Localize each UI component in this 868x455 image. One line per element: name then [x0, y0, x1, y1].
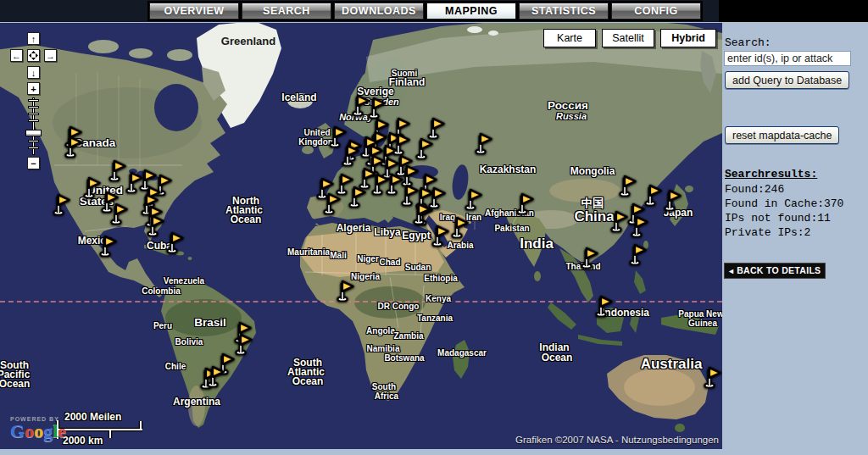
nav-tabs: OVERVIEWSEARCHDOWNLOADSMAPPINGSTATISTICS…	[147, 1, 703, 21]
tab-downloads[interactable]: DOWNLOADS	[334, 3, 424, 19]
attack-flag-marker[interactable]	[460, 188, 483, 210]
map-label: Libya	[374, 226, 400, 238]
tab-overview[interactable]: OVERVIEW	[149, 3, 239, 19]
map-canvas[interactable]: GreenlandIcelandSuomiFinlandSverigeSwede…	[0, 23, 722, 449]
tab-search[interactable]: SEARCH	[242, 3, 331, 19]
map-label: Russia	[556, 111, 587, 121]
attack-flag-marker[interactable]	[591, 295, 614, 317]
map-label: Iceland	[281, 92, 316, 103]
attack-flag-marker[interactable]	[470, 132, 493, 154]
search-results-title: Searchresults:	[725, 168, 817, 180]
attack-flag-marker[interactable]	[364, 97, 387, 119]
attack-flag-marker[interactable]	[699, 366, 722, 388]
attack-flag-marker[interactable]	[409, 203, 431, 225]
attack-flag-marker[interactable]	[659, 189, 682, 211]
attack-flag-marker[interactable]	[615, 175, 637, 197]
map-label: Algeria	[337, 222, 371, 234]
google-logo-letter: o	[34, 420, 43, 441]
search-result-line: Found:246	[725, 183, 784, 196]
attack-flag-marker[interactable]	[337, 144, 360, 166]
map-label: Chile	[165, 362, 186, 371]
search-result-line: Private IPs:2	[725, 226, 810, 239]
map-label: Argentina	[173, 396, 220, 408]
map-label: Madagascar	[437, 348, 487, 358]
map-label: Zambia	[393, 331, 423, 341]
google-logo[interactable]: POWERED BY Google	[10, 416, 66, 441]
pan-center-icon	[29, 51, 38, 60]
map-label: Mongolia	[570, 165, 615, 177]
reset-mapdata-cache-button[interactable]: reset mapdata-cache	[725, 126, 839, 144]
attack-flag-marker[interactable]	[48, 193, 71, 215]
pan-up-button[interactable]: ↑	[27, 32, 40, 45]
google-logo-letter: g	[43, 420, 53, 441]
map-label: Tanzania	[417, 314, 453, 323]
sidebar-panel: Search: add Query to Database reset mapd…	[722, 23, 868, 455]
map-label: Kenya	[426, 294, 451, 303]
terms-link[interactable]: Nutzungsbedingungen	[621, 435, 719, 445]
tab-statistics[interactable]: STATISTICS	[519, 3, 609, 19]
map-label: India	[520, 236, 554, 252]
pan-center-button[interactable]	[27, 49, 40, 62]
attack-flag-marker[interactable]	[625, 243, 648, 265]
topbar-right-fill	[719, 0, 868, 22]
zoom-tick	[28, 106, 39, 108]
map-type-karte-button[interactable]: Karte	[543, 29, 596, 47]
pan-down-button[interactable]: ↓	[27, 66, 40, 79]
map-label: Kazakhstan	[480, 164, 537, 175]
zoom-out-button[interactable]: −	[27, 157, 40, 169]
map-label: Namibia	[367, 344, 400, 353]
zoom-tick	[28, 99, 39, 102]
map-label: Peru	[153, 321, 172, 330]
attack-flag-marker[interactable]	[576, 247, 599, 269]
add-query-button[interactable]: add Query to Database	[725, 71, 849, 89]
zoom-tick	[28, 147, 39, 149]
attack-flag-marker[interactable]	[319, 192, 342, 214]
google-logo-letter: G	[10, 420, 25, 441]
google-logo-letter: e	[58, 420, 66, 441]
search-result-line: Found in Cache:370	[725, 197, 843, 210]
map-label: Mali	[330, 251, 346, 260]
attack-flag-marker[interactable]	[60, 136, 83, 158]
attack-flag-marker[interactable]	[447, 216, 470, 238]
map-label: Ocean	[0, 378, 30, 390]
attack-flag-marker[interactable]	[106, 203, 129, 225]
map-label: Africa	[375, 391, 398, 401]
map-label: Brasil	[194, 316, 226, 329]
map-label: Angola	[366, 326, 395, 336]
map-label: Botswana	[384, 353, 424, 363]
application-window: OVERVIEWSEARCHDOWNLOADSMAPPINGSTATISTICS…	[0, 0, 868, 455]
attack-flag-marker[interactable]	[411, 137, 434, 159]
pan-right-button[interactable]: →	[44, 49, 57, 62]
map-label: Colombia	[142, 286, 181, 296]
map-label: Papua New	[678, 309, 722, 319]
search-label: Search:	[725, 36, 771, 49]
back-to-details-button[interactable]: ◄BACK TO DETAILS	[724, 263, 826, 279]
map-label: Россия	[548, 99, 588, 112]
attack-flag-marker[interactable]	[626, 215, 649, 237]
attack-flag-marker[interactable]	[427, 225, 450, 247]
attribution-text: Grafiken ©2007 NASA -	[515, 435, 621, 445]
map-label: Egypt	[402, 230, 430, 241]
pan-left-button[interactable]: ←	[10, 49, 23, 62]
zoom-in-button[interactable]: +	[27, 82, 40, 95]
tab-mapping[interactable]: MAPPING	[426, 3, 516, 19]
attack-flag-marker[interactable]	[388, 133, 411, 155]
map-label: Niger	[357, 254, 379, 264]
tab-config[interactable]: CONFIG	[611, 3, 701, 19]
search-input[interactable]	[724, 51, 851, 66]
map-label: Ocean	[542, 352, 573, 363]
map-type-satellit-button[interactable]: Satellit	[602, 29, 654, 47]
attack-flag-marker[interactable]	[423, 117, 446, 139]
map-label: Ethiopia	[424, 274, 457, 283]
zoom-slider-handle[interactable]	[25, 130, 42, 136]
map-label: South	[372, 382, 396, 391]
back-button-label: BACK TO DETAILS	[737, 265, 821, 275]
map-label: Finland	[389, 76, 426, 88]
map-type-hybrid-button[interactable]: Hybrid	[660, 29, 716, 47]
attack-flag-marker[interactable]	[203, 365, 225, 387]
attack-flag-marker[interactable]	[512, 192, 535, 214]
attack-flag-marker[interactable]	[95, 235, 118, 257]
map-label: DR Congo	[378, 302, 420, 311]
attack-flag-marker[interactable]	[332, 280, 355, 302]
attack-flag-marker[interactable]	[162, 231, 185, 253]
